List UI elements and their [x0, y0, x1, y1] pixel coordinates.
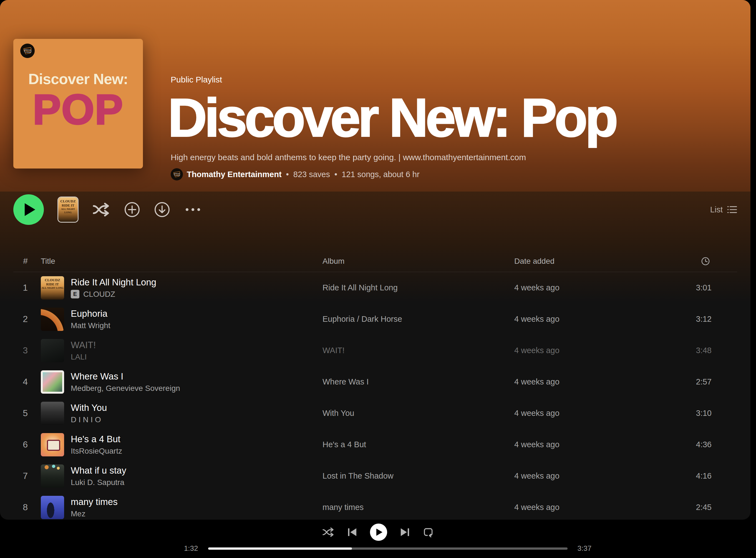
track-title[interactable]: Ride It All Night Long	[71, 277, 322, 287]
track-duration: 2:45	[625, 503, 711, 512]
track-number: 4	[13, 377, 28, 387]
track-duration: 3:10	[625, 409, 711, 418]
playlist-meta: Public Playlist Discover New: Pop High e…	[171, 75, 616, 180]
track-number: 1	[13, 283, 28, 293]
track-number: 5	[13, 408, 28, 418]
column-album[interactable]: Album	[322, 257, 514, 266]
playlist-body: CLOUDZ RIDE IT ALL NIGHT LONG	[0, 192, 751, 520]
track-title[interactable]: He's a 4 But	[71, 434, 322, 445]
download-button[interactable]	[154, 202, 170, 218]
track-number: 6	[13, 439, 28, 450]
track-artists[interactable]: Matt Wright	[71, 321, 110, 330]
track-number: 7	[13, 471, 28, 481]
player-play-button[interactable]	[370, 524, 387, 541]
owner-row: Thomathy Entertainment • 823 saves • 121…	[171, 168, 616, 180]
track-artists[interactable]: ItsRosieQuartz	[71, 447, 122, 456]
previous-track-button[interactable]	[347, 527, 357, 537]
playlist-cover-art: Discover New: POP	[13, 39, 143, 169]
owner-name[interactable]: Thomathy Entertainment	[187, 170, 282, 179]
track-duration: 3:01	[625, 283, 711, 292]
track-title[interactable]: Where Was I	[71, 371, 322, 382]
tracklist: 1 CLOUDZ RIDE IT ALL NIGHT LONG Ride It …	[13, 272, 737, 520]
view-label: List	[710, 205, 723, 214]
player-bar: 1:32 3:37	[0, 519, 756, 558]
songs-count: 121 songs, about 6 hr	[342, 170, 420, 179]
track-duration: 4:16	[625, 472, 711, 481]
track-artists[interactable]: LALI	[71, 353, 87, 361]
playlist-description: High energy beats and bold anthems to ke…	[171, 153, 616, 162]
app-window: Discover New: POP Public Playlist Discov…	[0, 0, 751, 520]
more-options-button[interactable]	[186, 208, 200, 211]
track-title[interactable]: With You	[71, 403, 322, 413]
track-row[interactable]: 5 With You D I N I O With You 4 weeks ag…	[13, 398, 711, 429]
track-album[interactable]: Lost in The Shadow	[322, 472, 514, 481]
track-album[interactable]: He's a 4 But	[322, 440, 514, 449]
track-row[interactable]: 7 What if u stay Luki D. Saputra Lost in…	[13, 460, 711, 492]
art-text: CLOUDZ	[45, 278, 60, 282]
play-playlist-button[interactable]	[13, 194, 44, 225]
track-artists[interactable]: Mez	[71, 509, 85, 518]
view-toggle[interactable]: List	[710, 205, 737, 214]
next-track-button[interactable]	[400, 527, 410, 537]
track-number: 8	[13, 502, 28, 512]
player-controls	[322, 523, 434, 541]
track-album[interactable]: Ride It All Night Long	[322, 283, 514, 292]
track-album[interactable]: With You	[322, 409, 514, 418]
album-art	[41, 433, 64, 456]
track-title[interactable]: many times	[71, 497, 322, 507]
track-album[interactable]: many times	[322, 503, 514, 512]
play-icon	[25, 203, 35, 216]
play-icon	[376, 529, 383, 536]
playlist-header: Discover New: POP Public Playlist Discov…	[0, 0, 751, 192]
track-artists[interactable]: Medberg, Genevieve Sovereign	[71, 384, 180, 393]
album-art	[41, 496, 64, 519]
album-art	[41, 370, 64, 394]
now-playing-thumbnail[interactable]: CLOUDZ RIDE IT ALL NIGHT LONG	[57, 197, 79, 223]
clock-icon	[701, 257, 710, 266]
track-title[interactable]: Euphoria	[71, 308, 322, 319]
track-artists[interactable]: Luki D. Saputra	[71, 478, 124, 487]
track-row[interactable]: 4 Where Was I Medberg, Genevieve Soverei…	[13, 366, 711, 398]
owner-avatar[interactable]	[171, 168, 183, 180]
player-shuffle-button[interactable]	[322, 527, 334, 537]
seek-bar-fill	[208, 548, 352, 550]
track-date-added: 4 weeks ago	[514, 346, 625, 355]
total-time: 3:37	[577, 544, 597, 553]
column-date-added[interactable]: Date added	[514, 257, 625, 266]
seek-bar[interactable]	[208, 548, 568, 550]
progress-row: 1:32 3:37	[179, 544, 597, 553]
cover-title-line2: POP	[33, 87, 124, 132]
thumb-art-text: RIDE IT	[61, 203, 74, 208]
track-album[interactable]: Where Was I	[322, 377, 514, 386]
track-row[interactable]: 2 Euphoria Matt Wright Euphoria / Dark H…	[13, 303, 711, 335]
track-date-added: 4 weeks ago	[514, 283, 625, 292]
column-index[interactable]: #	[13, 256, 28, 266]
saves-count: 823 saves	[293, 170, 330, 179]
track-title[interactable]: WAIT!	[71, 340, 322, 350]
album-art	[41, 308, 64, 331]
thomathy-logo-icon	[20, 44, 35, 58]
track-number: 2	[13, 314, 28, 324]
column-duration[interactable]	[625, 257, 711, 266]
separator-dot: •	[334, 170, 338, 179]
track-row[interactable]: 6 He's a 4 But ItsRosieQuartz He's a 4 B…	[13, 429, 711, 460]
track-date-added: 4 weeks ago	[514, 314, 625, 324]
repeat-button[interactable]	[423, 527, 434, 537]
track-row[interactable]: 1 CLOUDZ RIDE IT ALL NIGHT LONG Ride It …	[13, 272, 711, 303]
add-to-library-button[interactable]	[124, 202, 140, 218]
track-row[interactable]: 8 many times Mez many times 4 weeks ago …	[13, 492, 711, 520]
album-art	[41, 402, 64, 425]
track-artists[interactable]: CLOUDZ	[83, 290, 115, 299]
cover-title-line1: Discover New:	[28, 70, 128, 87]
album-art: CLOUDZ RIDE IT ALL NIGHT LONG	[41, 276, 64, 300]
track-title[interactable]: What if u stay	[71, 465, 322, 476]
track-album[interactable]: Euphoria / Dark Horse	[322, 314, 514, 324]
shuffle-button[interactable]	[93, 202, 110, 217]
track-artists[interactable]: D I N I O	[71, 415, 101, 424]
track-duration: 4:36	[625, 440, 711, 449]
track-album[interactable]: WAIT!	[322, 346, 514, 355]
column-title[interactable]: Title	[41, 257, 322, 266]
track-row-unavailable[interactable]: 3 WAIT! LALI WAIT! 4 weeks ago 3:48	[13, 335, 711, 366]
playlist-visibility: Public Playlist	[171, 75, 616, 84]
track-date-added: 4 weeks ago	[514, 409, 625, 418]
